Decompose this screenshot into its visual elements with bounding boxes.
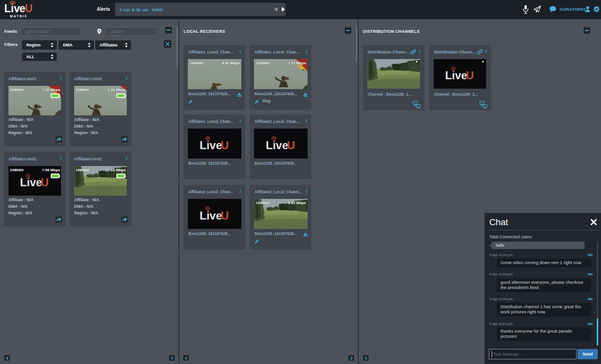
svg-text:MATRIX: MATRIX — [10, 14, 27, 18]
svg-text:U: U — [25, 2, 33, 15]
svg-text:Live: Live — [4, 2, 25, 15]
